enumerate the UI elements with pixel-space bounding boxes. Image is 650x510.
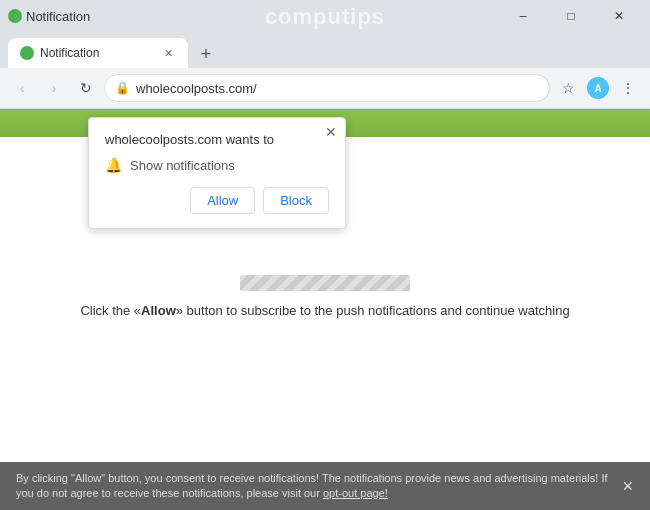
reload-button[interactable]: ↻	[72, 74, 100, 102]
minimize-button[interactable]: –	[500, 0, 546, 32]
address-text: wholecoolposts.com/	[136, 81, 539, 96]
loading-area: Click the «Allow» button to subscribe to…	[80, 275, 569, 318]
allow-button[interactable]: Allow	[190, 187, 255, 214]
popup-buttons: Allow Block	[105, 187, 329, 214]
close-button[interactable]: ✕	[596, 0, 642, 32]
popup-title: wholecoolposts.com wants to	[105, 132, 329, 147]
title-bar-left: Notification	[8, 9, 90, 24]
forward-button[interactable]: ›	[40, 74, 68, 102]
opt-out-link[interactable]: opt-out page!	[323, 487, 388, 499]
banner-text-content: By clicking "Allow" button, you consent …	[16, 472, 608, 499]
progress-bar	[240, 275, 410, 291]
toolbar-icons: ☆ A ⋮	[554, 74, 642, 102]
back-button[interactable]: ‹	[8, 74, 36, 102]
loading-text: Click the «Allow» button to subscribe to…	[80, 303, 569, 318]
bottom-banner: By clicking "Allow" button, you consent …	[0, 462, 650, 510]
tab-title: Notification	[26, 9, 90, 24]
block-button[interactable]: Block	[263, 187, 329, 214]
notification-popup: ✕ wholecoolposts.com wants to 🔔 Show not…	[88, 117, 346, 229]
bookmark-button[interactable]: ☆	[554, 74, 582, 102]
maximize-button[interactable]: □	[548, 0, 594, 32]
tab-close-button[interactable]: ✕	[160, 45, 176, 61]
avatar-button[interactable]: A	[584, 74, 612, 102]
page-content: ✕ wholecoolposts.com wants to 🔔 Show not…	[0, 109, 650, 463]
tab-label: Notification	[40, 46, 99, 60]
window-controls: – □ ✕	[500, 0, 642, 32]
active-tab[interactable]: Notification ✕	[8, 38, 188, 68]
tab-favicon	[8, 9, 22, 23]
new-tab-button[interactable]: +	[192, 40, 220, 68]
avatar: A	[587, 77, 609, 99]
banner-close-button[interactable]: ✕	[622, 478, 634, 494]
tab-bar: Notification ✕ +	[0, 32, 650, 68]
banner-text: By clicking "Allow" button, you consent …	[16, 471, 614, 502]
lock-icon: 🔒	[115, 81, 130, 95]
popup-notification-row: 🔔 Show notifications	[105, 157, 329, 173]
popup-notification-label: Show notifications	[130, 158, 235, 173]
tab-favicon-icon	[20, 46, 34, 60]
popup-close-button[interactable]: ✕	[325, 124, 337, 140]
allow-emphasis: Allow	[141, 303, 176, 318]
address-bar: ‹ › ↻ 🔒 wholecoolposts.com/ ☆ A ⋮	[0, 68, 650, 108]
title-bar: Notification computips – □ ✕	[0, 0, 650, 32]
bell-icon: 🔔	[105, 157, 122, 173]
brand-label: computips	[265, 4, 385, 30]
menu-button[interactable]: ⋮	[614, 74, 642, 102]
address-input-wrap[interactable]: 🔒 wholecoolposts.com/	[104, 74, 550, 102]
browser-chrome: Notification computips – □ ✕ Notificatio…	[0, 0, 650, 109]
